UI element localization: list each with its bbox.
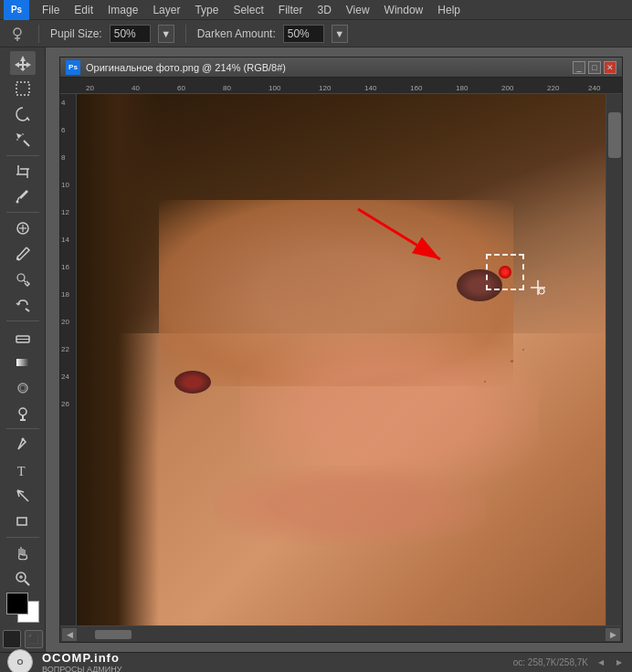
svg-point-19 — [17, 274, 25, 281]
document-window: Ps Оригинальное фото.png @ 214% (RGB/8#)… — [59, 57, 623, 643]
menu-image[interactable]: Image — [100, 2, 145, 18]
svg-line-13 — [17, 197, 19, 201]
scrollbar-vertical[interactable] — [606, 94, 622, 625]
shape-tool-btn[interactable] — [10, 509, 36, 533]
clone-stamp-tool-btn[interactable] — [10, 268, 36, 291]
path-selection-tool-btn[interactable] — [10, 484, 36, 508]
window-close-btn[interactable]: ✕ — [604, 61, 616, 74]
zoom-tool-btn[interactable] — [10, 567, 36, 591]
canvas-area: Ps Оригинальное фото.png @ 214% (RGB/8#)… — [46, 47, 632, 652]
gradient-tool-btn[interactable] — [10, 351, 36, 374]
quick-mask-btn[interactable] — [3, 630, 21, 648]
watermark-icon: O — [7, 649, 33, 673]
darken-amount-input[interactable] — [283, 25, 324, 43]
photo-content — [77, 94, 622, 625]
ruler-side-mark: 22 — [61, 345, 69, 353]
status-arrow-right[interactable]: ▶ — [614, 657, 625, 668]
watermark-logo-container: O — [7, 649, 35, 673]
menu-help[interactable]: Help — [430, 2, 468, 18]
eyedropper-tool-btn[interactable] — [10, 184, 36, 208]
pupil-size-label: Pupil Size: — [50, 27, 102, 40]
ruler-mark: 60 — [177, 84, 185, 92]
status-arrow-left[interactable]: ◀ — [595, 657, 606, 668]
menu-bar: Ps File Edit Image Layer Type Select Fil… — [0, 0, 632, 20]
ruler-mark: 200 — [501, 84, 513, 92]
color-picker[interactable] — [6, 593, 39, 623]
red-arrow — [349, 200, 458, 273]
main-layout: T ⬛ — [0, 47, 632, 652]
crop-tool-btn[interactable] — [10, 160, 36, 184]
status-doc-label: ос: 258,7K/258,7K — [513, 657, 588, 667]
ruler-mark: 20 — [86, 84, 94, 92]
window-maximize-btn[interactable]: □ — [588, 61, 601, 74]
menu-window[interactable]: Window — [377, 2, 431, 18]
svg-line-20 — [24, 280, 26, 282]
svg-rect-4 — [16, 82, 29, 95]
menu-edit[interactable]: Edit — [67, 2, 100, 18]
svg-point-0 — [14, 28, 21, 36]
darken-amount-label: Darken Amount: — [197, 27, 276, 40]
doc-ps-logo: Ps — [66, 60, 80, 75]
ruler-mark: 220 — [547, 84, 559, 92]
menu-layer[interactable]: Layer — [145, 2, 187, 18]
scroll-right-btn[interactable]: ▶ — [606, 628, 620, 641]
ruler-side-mark: 4 — [61, 99, 65, 107]
canvas-viewport[interactable] — [77, 94, 622, 625]
svg-text:T: T — [17, 465, 26, 478]
menu-file[interactable]: File — [35, 2, 67, 18]
ruler-side-mark: 16 — [61, 263, 69, 271]
screen-mode-btn[interactable]: ⬛ — [25, 630, 43, 648]
scrollbar-horizontal-thumb[interactable] — [95, 630, 132, 639]
window-minimize-btn[interactable]: _ — [573, 61, 585, 74]
pupil-size-dropdown[interactable]: ▼ — [158, 25, 174, 43]
ruler-side-mark: 14 — [61, 236, 69, 244]
lasso-tool-btn[interactable] — [10, 102, 36, 126]
ruler-mark: 180 — [456, 84, 468, 92]
left-toolbar: T ⬛ — [0, 47, 46, 652]
menu-filter[interactable]: Filter — [271, 2, 311, 18]
ruler-side-mark: 6 — [61, 126, 65, 134]
menu-view[interactable]: View — [339, 2, 377, 18]
svg-line-33 — [25, 581, 29, 585]
pen-tool-btn[interactable] — [10, 433, 36, 457]
ruler-mark: 160 — [410, 84, 422, 92]
document-titlebar[interactable]: Ps Оригинальное фото.png @ 214% (RGB/8#)… — [60, 58, 622, 78]
menu-type[interactable]: Type — [187, 2, 226, 18]
magic-wand-tool-btn[interactable] — [10, 128, 36, 152]
text-tool-btn[interactable]: T — [10, 458, 36, 482]
brush-tool-btn[interactable] — [10, 242, 36, 266]
move-tool-btn[interactable] — [10, 51, 36, 75]
red-eye-cursor — [531, 280, 545, 295]
dodge-tool-btn[interactable] — [10, 402, 36, 425]
marquee-tool-btn[interactable] — [10, 77, 36, 100]
svg-marker-3 — [15, 56, 31, 71]
menu-select[interactable]: Select — [226, 2, 270, 18]
foreground-color[interactable] — [6, 593, 28, 614]
blur-tool-btn[interactable] — [10, 376, 36, 400]
ruler-side-mark: 12 — [61, 208, 69, 216]
history-brush-tool-btn[interactable] — [10, 293, 36, 317]
ruler-side-canvas: 4 6 8 10 12 14 16 18 20 22 24 26 — [60, 94, 622, 625]
menu-3d[interactable]: 3D — [310, 2, 338, 18]
photo-hair-left — [77, 94, 159, 625]
scrollbar-vertical-thumb[interactable] — [608, 112, 621, 158]
watermark-subtitle: ВОПРОСЫ АДМИНУ — [42, 665, 122, 672]
options-sep-1 — [38, 25, 39, 43]
eraser-tool-btn[interactable] — [10, 325, 36, 349]
pupil-size-input[interactable] — [110, 25, 151, 43]
scrollbar-horizontal[interactable]: ◀ ▶ — [60, 625, 622, 642]
tool-sep-4 — [6, 428, 39, 429]
tool-options-icon — [7, 24, 27, 44]
ruler-canvas-wrapper: 20 40 60 80 100 120 140 160 180 200 220 … — [60, 78, 622, 642]
tool-sep-5 — [6, 537, 39, 538]
darken-amount-dropdown[interactable]: ▼ — [332, 25, 348, 43]
watermark-text-group: OCOMP.info ВОПРОСЫ АДМИНУ — [42, 651, 122, 672]
healing-brush-tool-btn[interactable] — [10, 216, 36, 240]
hand-tool-btn[interactable] — [10, 541, 36, 565]
svg-rect-23 — [16, 359, 29, 366]
ruler-vertical: 4 6 8 10 12 14 16 18 20 22 24 26 — [60, 94, 77, 625]
ruler-mark: 40 — [132, 84, 140, 92]
red-eye-dot — [499, 266, 511, 278]
scroll-left-btn[interactable]: ◀ — [62, 628, 77, 641]
options-bar: Pupil Size: ▼ Darken Amount: ▼ — [0, 20, 632, 47]
